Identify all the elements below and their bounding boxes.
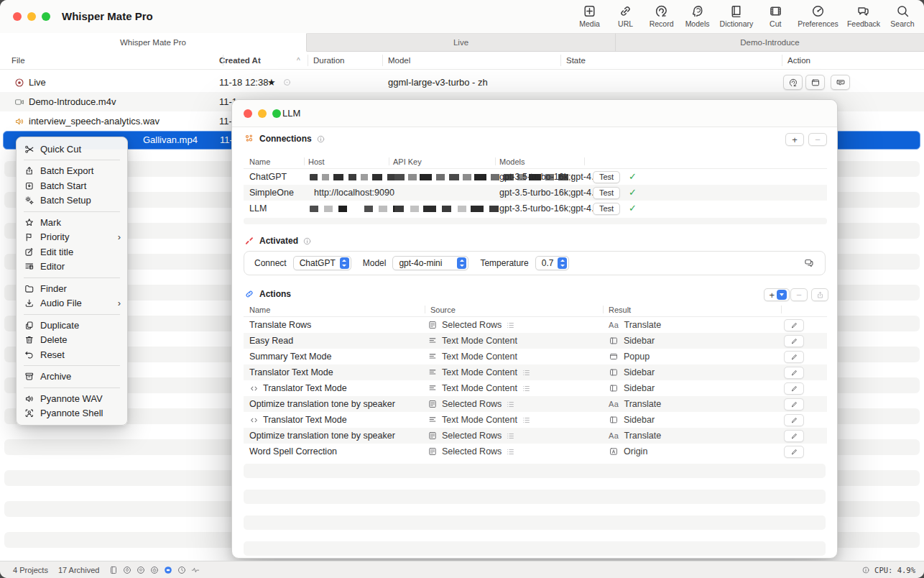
edit-action-button[interactable]: [784, 351, 804, 363]
row-action-chat-button[interactable]: [831, 75, 850, 90]
column-header-action[interactable]: Action: [787, 52, 810, 70]
menu-item-mark[interactable]: Mark: [17, 215, 127, 230]
menu-item-batch-start[interactable]: Batch Start: [17, 178, 127, 193]
list-options-icon[interactable]: [522, 368, 531, 377]
column-header-state[interactable]: State: [566, 52, 586, 70]
column-header-created-at[interactable]: Created At: [219, 52, 261, 70]
list-options-icon[interactable]: [506, 447, 515, 457]
action-row[interactable]: Easy ReadText Mode ContentSidebar: [244, 333, 827, 349]
menu-item-quick-cut[interactable]: Quick Cut: [17, 142, 127, 157]
action-source: Selected Rows: [428, 444, 515, 459]
activity-pulse-icon[interactable]: [190, 565, 200, 575]
sort-caret-icon[interactable]: ^: [297, 52, 300, 70]
list-options-icon[interactable]: [522, 384, 531, 393]
edit-action-button[interactable]: [784, 398, 804, 410]
network-icon[interactable]: [136, 565, 146, 575]
action-row[interactable]: Word Spell CorrectionSelected RowsOrigin: [244, 444, 827, 459]
edit-action-button[interactable]: [784, 414, 804, 426]
toolbar-item-dictionary[interactable]: Dictionary: [718, 4, 756, 28]
edit-action-button[interactable]: [784, 367, 804, 379]
test-connection-button[interactable]: Test: [593, 187, 620, 199]
row-action-ear-button[interactable]: [783, 75, 803, 90]
list-options-icon[interactable]: [522, 416, 531, 425]
menu-item-editor[interactable]: Editor: [17, 260, 127, 275]
menu-item-reset[interactable]: Reset: [17, 347, 127, 362]
export-actions-button[interactable]: [811, 288, 828, 301]
test-connection-button[interactable]: Test: [593, 171, 620, 183]
journal-icon[interactable]: [108, 565, 119, 575]
toolbar-item-models[interactable]: Models: [682, 4, 713, 28]
add-action-button[interactable]: +: [764, 288, 790, 301]
action-type-dropdown-icon[interactable]: [777, 290, 787, 300]
list-options-icon[interactable]: [506, 400, 515, 409]
minimize-button[interactable]: [27, 12, 36, 21]
toolbar-item-url[interactable]: URL: [610, 4, 642, 28]
list-options-icon[interactable]: [506, 321, 515, 330]
llm-minimize-button[interactable]: [258, 109, 267, 118]
remove-action-button[interactable]: −: [790, 288, 808, 301]
record-circle-icon[interactable]: [122, 565, 132, 575]
column-divider: [603, 306, 604, 313]
connection-ok-check-icon: ✓: [629, 201, 637, 216]
menu-item-delete[interactable]: Delete: [17, 333, 127, 348]
menu-item-pyannote-wav[interactable]: Pyannote WAV: [17, 391, 127, 406]
toolbar-item-preferences[interactable]: Preferences: [795, 4, 841, 28]
edit-action-button[interactable]: [784, 335, 804, 347]
menu-item-edit-title[interactable]: Edit title: [17, 244, 127, 260]
action-row[interactable]: Translator Text ModeText Mode ContentSid…: [244, 364, 827, 380]
toolbar-item-cut[interactable]: Cut: [759, 4, 791, 28]
temperature-stepper[interactable]: 0.7: [535, 256, 570, 270]
zoom-button[interactable]: [42, 12, 50, 21]
tab-demo-introduce[interactable]: Demo-Introduce: [616, 33, 924, 52]
toolbar-item-feedback[interactable]: Feedback: [845, 4, 882, 28]
tab-live[interactable]: Live: [307, 33, 616, 52]
action-name: Translator Text Mode: [249, 364, 333, 380]
history-clock-icon[interactable]: [177, 565, 187, 575]
menu-item-pyannote-shell[interactable]: Pyannote Shell: [17, 406, 127, 421]
prompt-bubble-icon[interactable]: [803, 257, 816, 269]
menu-item-duplicate[interactable]: Duplicate: [17, 318, 127, 333]
action-row[interactable]: Translate RowsSelected RowsAaTranslate: [244, 317, 827, 333]
llm-zoom-button[interactable]: [272, 109, 281, 118]
edit-action-button[interactable]: [784, 319, 804, 331]
menu-item-archive[interactable]: Archive: [17, 370, 127, 385]
action-name: Easy Read: [249, 333, 293, 349]
connection-row[interactable]: SimpleOnehttp://localhost:9090gpt-3.5-tu…: [244, 185, 827, 201]
menu-item-priority[interactable]: Priority›: [17, 230, 127, 245]
connection-row[interactable]: ChatGPTgpt-3.5-turbo-16k;gpt-4…Test✓: [244, 169, 827, 185]
action-row[interactable]: Translator Text ModeText Mode ContentSid…: [244, 380, 827, 396]
action-row[interactable]: Optimize translation tone by speakerSele…: [244, 428, 827, 444]
menu-item-batch-setup[interactable]: Batch Setup: [17, 193, 127, 208]
file-row[interactable]: Live11-18 12:38★ggml-large-v3-turbo - zh: [0, 73, 924, 92]
edit-action-button[interactable]: [784, 430, 804, 442]
list-options-icon[interactable]: [506, 431, 515, 441]
power-circle-icon[interactable]: [149, 565, 160, 575]
add-connection-button[interactable]: +: [785, 133, 804, 146]
toolbar-item-media[interactable]: Media: [574, 4, 606, 28]
remove-connection-button[interactable]: −: [808, 133, 827, 146]
test-connection-button[interactable]: Test: [593, 203, 620, 215]
toolbar-item-record[interactable]: Record: [646, 4, 678, 28]
menu-item-audio-file[interactable]: Audio File›: [17, 296, 127, 311]
favorite-star-icon[interactable]: ★: [267, 73, 276, 92]
close-button[interactable]: [13, 12, 22, 21]
column-header-file[interactable]: File: [11, 52, 25, 70]
menu-item-batch-export[interactable]: Batch Export: [17, 164, 127, 179]
menu-item-finder[interactable]: Finder: [17, 281, 127, 296]
action-row[interactable]: Translator Text ModeText Mode ContentSid…: [244, 412, 827, 428]
tab-whisper-mate-pro[interactable]: Whisper Mate Pro: [0, 33, 307, 52]
action-row[interactable]: Summary Text ModeText Mode ContentPopup: [244, 349, 827, 364]
column-header-model[interactable]: Model: [388, 52, 410, 70]
connect-select[interactable]: ChatGPT: [293, 256, 351, 270]
action-row[interactable]: Optimize translation tone by speakerSele…: [244, 396, 827, 412]
llm-close-button[interactable]: [244, 109, 252, 118]
edit-action-button[interactable]: [784, 446, 804, 458]
active-mode-icon[interactable]: [163, 565, 173, 575]
edit-action-button[interactable]: [784, 382, 804, 395]
row-action-window-button[interactable]: [805, 75, 825, 90]
toolbar-item-search[interactable]: Search: [887, 4, 918, 28]
column-header-duration[interactable]: Duration: [313, 52, 344, 70]
model-select[interactable]: gpt-4o-mini: [392, 256, 468, 270]
connection-row[interactable]: LLMgpt-3.5-turbo-16k;gpt-4…Test✓: [244, 201, 827, 216]
llm-window-controls: [244, 109, 281, 118]
